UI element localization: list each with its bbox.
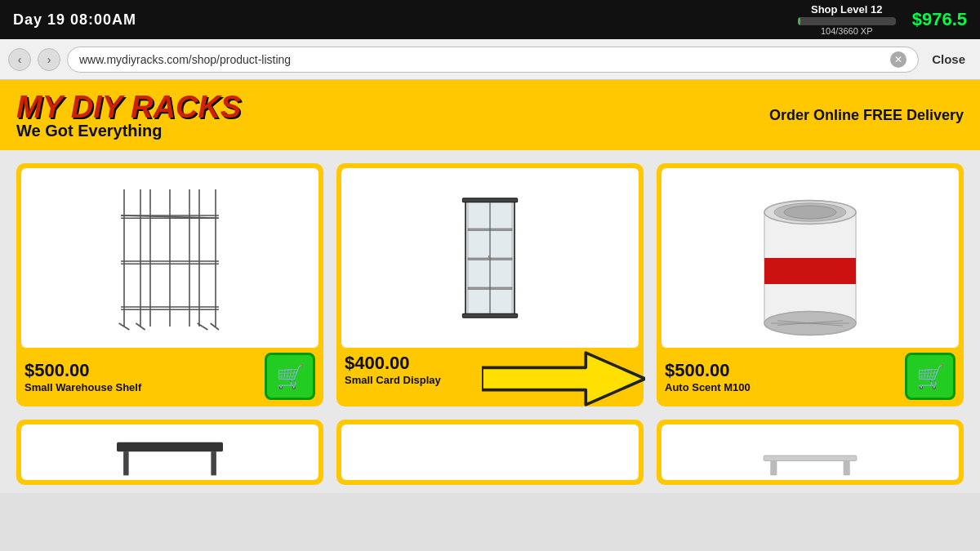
top-bar: Day 19 08:00AM Shop Level 12 104/3660 XP… [0, 0, 980, 39]
forward-button[interactable]: › [38, 48, 60, 71]
product-card-shelf[interactable]: $500.00 Small Warehouse Shelf 🛒 [16, 163, 323, 407]
svg-rect-39 [123, 451, 129, 475]
bottom-product-3-img [662, 424, 959, 480]
url-clear-button[interactable]: ✕ [890, 51, 906, 68]
product-card-display[interactable]: $400.00 Small Card Display [336, 163, 644, 407]
product-price-display: $400.00 [345, 353, 441, 374]
product-grid: $500.00 Small Warehouse Shelf 🛒 [0, 150, 980, 420]
url-bar: www.mydiyracks.com/shop/product-listing … [67, 47, 919, 73]
bottom-product-1[interactable] [16, 420, 323, 485]
xp-bar-fill [798, 17, 800, 25]
shop-promo: Order Online FREE Delivery [769, 107, 964, 124]
url-text: www.mydiyracks.com/shop/product-listing [79, 53, 890, 66]
bottom-product-2-img [341, 424, 639, 480]
day-time-display: Day 19 08:00AM [13, 11, 136, 29]
display-icon [441, 172, 539, 344]
bottom-flat-icon [757, 431, 863, 480]
shop-level-text: Shop Level 12 [811, 3, 882, 16]
svg-rect-41 [764, 455, 857, 461]
bottom-grid [0, 420, 980, 493]
bottom-product-2[interactable] [336, 420, 644, 485]
product-image-shelf [21, 168, 318, 348]
bottom-shelf-icon [117, 431, 223, 480]
cash-display: $976.5 [912, 9, 967, 30]
product-name-scent: Auto Scent M100 [665, 381, 751, 393]
xp-label: 104/3660 XP [821, 26, 873, 36]
svg-rect-25 [462, 198, 517, 202]
shop-slogan: We Got Everything [16, 122, 241, 140]
svg-line-17 [211, 323, 219, 330]
top-bar-right: Shop Level 12 104/3660 XP $976.5 [798, 3, 967, 36]
svg-rect-24 [462, 313, 517, 318]
add-to-cart-shelf[interactable]: 🛒 [265, 353, 315, 400]
product-price-block-display: $400.00 Small Card Display [345, 353, 441, 386]
shop-level-block: Shop Level 12 104/3660 XP [798, 3, 896, 36]
product-footer-scent: $500.00 Auto Scent M100 🛒 [662, 348, 959, 402]
svg-rect-43 [844, 461, 850, 476]
product-image-scent [662, 168, 959, 348]
page-container: Day 19 08:00AM Shop Level 12 104/3660 XP… [0, 0, 980, 493]
shop-name: MY DIY RACKS [16, 90, 241, 125]
product-name-display: Small Card Display [345, 374, 441, 386]
svg-rect-40 [211, 451, 216, 475]
product-name-shelf: Small Warehouse Shelf [24, 381, 141, 393]
svg-rect-38 [117, 442, 223, 451]
bottom-product-3[interactable] [657, 420, 964, 485]
cart-icon-scent: 🛒 [916, 363, 945, 390]
product-footer-display: $400.00 Small Card Display [341, 348, 639, 388]
shelf-icon [105, 176, 235, 340]
product-card-scent[interactable]: $500.00 Auto Scent M100 🛒 [657, 163, 964, 407]
shop-header: MY DIY RACKS We Got Everything Order Onl… [0, 80, 980, 150]
scent-icon [745, 176, 875, 340]
product-price-block-shelf: $500.00 Small Warehouse Shelf [24, 360, 141, 393]
product-price-block-scent: $500.00 Auto Scent M100 [665, 360, 751, 393]
product-price-shelf: $500.00 [24, 360, 141, 381]
product-price-scent: $500.00 [665, 360, 751, 381]
product-image-display [341, 168, 639, 348]
cart-icon-shelf: 🛒 [276, 363, 305, 390]
bottom-product-1-img [21, 424, 318, 480]
svg-rect-30 [764, 258, 856, 284]
svg-rect-42 [770, 461, 777, 476]
add-to-cart-scent[interactable]: 🛒 [905, 353, 956, 400]
svg-point-37 [784, 206, 836, 219]
product-footer-shelf: $500.00 Small Warehouse Shelf 🛒 [21, 348, 318, 402]
back-button[interactable]: ‹ [8, 48, 31, 71]
browser-bar: ‹ › www.mydiyracks.com/shop/product-list… [0, 39, 980, 80]
close-button[interactable]: Close [925, 52, 972, 66]
xp-bar-container [798, 17, 896, 25]
shop-brand: MY DIY RACKS We Got Everything [16, 90, 241, 140]
